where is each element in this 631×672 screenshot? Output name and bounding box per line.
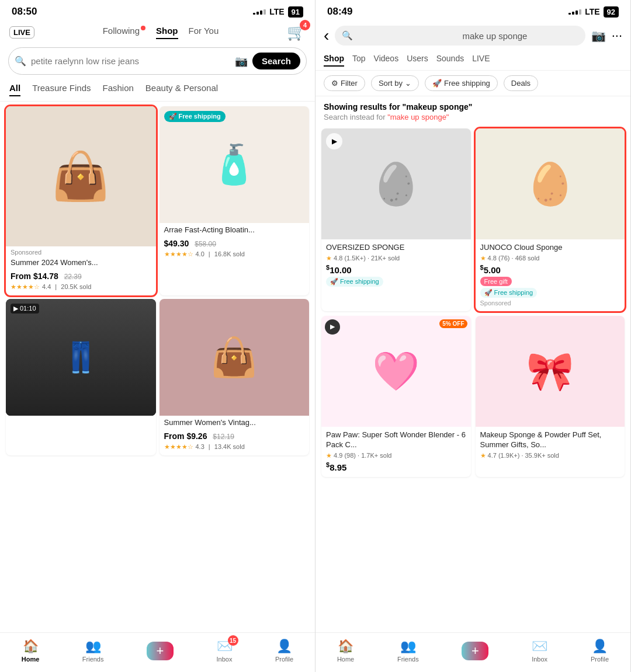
free-shipping-chip[interactable]: 🚀 Free shipping bbox=[425, 75, 498, 91]
prod-rating-q3: ★ 4.9 (98) · 1.7K+ sold bbox=[326, 452, 466, 459]
nav-home-2[interactable]: 🏠 Home bbox=[337, 639, 354, 663]
plus-button-2[interactable]: + bbox=[462, 642, 488, 660]
sort-by-chip[interactable]: Sort by ⌄ bbox=[371, 75, 419, 91]
network-1: LTE bbox=[269, 7, 284, 16]
cart-button[interactable]: 🛒 4 bbox=[287, 23, 306, 41]
live-button[interactable]: LIVE bbox=[9, 26, 34, 39]
alt-search-link[interactable]: "make up sponge" bbox=[387, 113, 449, 121]
camera-icon-1[interactable]: 📷 bbox=[235, 55, 248, 68]
nav-profile-1[interactable]: 👤 Profile bbox=[275, 639, 293, 663]
shop-tab-shop[interactable]: Shop bbox=[324, 54, 344, 67]
shop-tab-top[interactable]: Top bbox=[352, 54, 366, 67]
product-card-3[interactable]: 👖 ▶ 01:10 My back to school Jean recomme… bbox=[6, 299, 156, 455]
profile-label-2: Profile bbox=[591, 656, 609, 663]
network-2: LTE bbox=[585, 7, 599, 16]
shop-tab-sounds[interactable]: Sounds bbox=[436, 54, 464, 67]
nav-home-1[interactable]: 🏠 Home bbox=[22, 639, 40, 663]
shop-tab-live[interactable]: LIVE bbox=[472, 54, 490, 67]
nav-profile-2[interactable]: 👤 Profile bbox=[591, 639, 609, 663]
nav-plus-2[interactable]: + bbox=[462, 642, 488, 660]
product-grid-1: 👜 Sponsored Summer 2024 Women's... From … bbox=[0, 102, 315, 460]
product-price-2: $49.30 $58.00 bbox=[160, 238, 310, 249]
bottom-nav-1: 🏠 Home 👥 Friends + ✉️ 15 Inbox 👤 Profile bbox=[0, 632, 315, 672]
friends-label-2: Friends bbox=[397, 656, 419, 663]
results-alt-text: Search instead for "make up sponge" bbox=[324, 113, 622, 121]
filter-icon: ⚙ bbox=[331, 79, 338, 88]
product-card-q2[interactable]: 🥚 JUNOCO Cloud Sponge ★ 4.8 (76) · 468 s… bbox=[476, 128, 625, 311]
bottom-nav-2: 🏠 Home 👥 Friends + ✉️ Inbox 👤 Profile bbox=[316, 632, 630, 672]
product-image-q1: 🥚 ▶ bbox=[321, 128, 471, 239]
rating-4: 4.3 bbox=[196, 443, 204, 450]
prod-title-q4: Makeup Sponge & Powder Puff Set, Summer … bbox=[480, 430, 620, 450]
more-icon[interactable]: ··· bbox=[612, 28, 622, 43]
prod-price-q1: $10.00 bbox=[326, 264, 466, 275]
cat-beauty[interactable]: Beauty & Personal bbox=[145, 83, 218, 96]
product-meta-1: ★★★★☆ 4.4 | 20.5K sold bbox=[6, 282, 156, 295]
product-card-2[interactable]: 🧴 🚀 Free shipping Arrae Fast-Acting Bloa… bbox=[160, 106, 310, 295]
free-shipping-label: Free shipping bbox=[444, 79, 490, 88]
camera-icon-2[interactable]: 📷 bbox=[591, 29, 606, 43]
shop-tab-videos[interactable]: Videos bbox=[374, 54, 399, 67]
plus-button-1[interactable]: + bbox=[147, 642, 174, 660]
product-card-q1[interactable]: 🥚 ▶ OVERSIZED SPONGE ★ 4.8 (1.5K+) · 21K… bbox=[321, 128, 471, 311]
phone-1: 08:50 LTE 91 LIVE Following Shop For You… bbox=[0, 0, 316, 672]
product-card-1[interactable]: 👜 Sponsored Summer 2024 Women's... From … bbox=[6, 106, 156, 295]
filter-chip[interactable]: ⚙ Filter bbox=[324, 75, 365, 91]
shop-tab-users[interactable]: Users bbox=[407, 54, 428, 67]
stars-4: ★★★★☆ bbox=[164, 443, 193, 451]
sort-by-label: Sort by bbox=[379, 79, 403, 88]
status-bar-1: 08:50 LTE 91 bbox=[0, 0, 315, 21]
battery-1: 91 bbox=[288, 6, 303, 18]
stars-2: ★★★★☆ bbox=[164, 250, 193, 258]
signal-icon-2 bbox=[568, 9, 581, 15]
product-card-q4[interactable]: 🎀 Makeup Sponge & Powder Puff Set, Summe… bbox=[476, 316, 625, 477]
results-main-text: Showing results for "makeup sponge" bbox=[324, 102, 622, 112]
deals-chip[interactable]: Deals bbox=[504, 75, 538, 91]
nav-plus-1[interactable]: + bbox=[147, 642, 174, 660]
product-info-q3: Paw Paw: Super Soft Wonder Blender - 6 P… bbox=[321, 427, 471, 477]
search-input-1[interactable] bbox=[31, 56, 230, 66]
home-label-1: Home bbox=[22, 656, 40, 663]
sold-2: 16.8K sold bbox=[214, 250, 245, 257]
inbox-label-1: Inbox bbox=[217, 656, 233, 663]
inbox-count-1: 15 bbox=[228, 635, 238, 646]
product-info-q2: JUNOCO Cloud Sponge ★ 4.8 (76) · 468 sol… bbox=[476, 239, 625, 311]
search-button-1[interactable]: Search bbox=[252, 53, 300, 69]
search-icon-1: 🔍 bbox=[15, 55, 26, 67]
top-nav-1: LIVE Following Shop For You 🛒 4 bbox=[0, 21, 315, 44]
original-price-4: $12.19 bbox=[213, 433, 234, 441]
play-icon-q3: ▶ bbox=[325, 319, 340, 335]
original-price-2: $58.00 bbox=[195, 240, 216, 248]
product-image-1: 👜 bbox=[6, 106, 156, 246]
back-button[interactable]: ‹ bbox=[324, 26, 329, 45]
product-card-4[interactable]: 👜 Summer Women's Vintag... From $9.26 $1… bbox=[160, 299, 310, 455]
nav-friends-1[interactable]: 👥 Friends bbox=[82, 639, 104, 663]
search-query: make up sponge bbox=[463, 31, 578, 41]
battery-2: 92 bbox=[604, 6, 619, 18]
prod-title-q2: JUNOCO Cloud Sponge bbox=[480, 243, 620, 253]
search-bar-1[interactable]: 🔍 📷 Search bbox=[8, 47, 307, 75]
nav-shop[interactable]: Shop bbox=[156, 26, 178, 39]
nav-inbox-2[interactable]: ✉️ Inbox bbox=[532, 639, 547, 663]
cat-all[interactable]: All bbox=[9, 83, 20, 96]
original-price-1: 22.39 bbox=[64, 273, 82, 281]
cat-treasure[interactable]: Treasure Finds bbox=[32, 83, 91, 96]
prod-title-q3: Paw Paw: Super Soft Wonder Blender - 6 P… bbox=[326, 430, 466, 450]
friends-label-1: Friends bbox=[82, 656, 104, 663]
nav-inbox-1[interactable]: ✉️ 15 Inbox bbox=[217, 639, 233, 663]
cat-fashion[interactable]: Fashion bbox=[102, 83, 133, 96]
home-icon-2: 🏠 bbox=[338, 639, 353, 654]
product-image-q2: 🥚 bbox=[476, 128, 625, 239]
product-image-q3: 🩷 5% OFF ▶ bbox=[321, 316, 471, 427]
profile-icon-1: 👤 bbox=[276, 639, 292, 654]
prod-title-q1: OVERSIZED SPONGE bbox=[326, 243, 466, 253]
search-bar-2[interactable]: 🔍 make up sponge bbox=[335, 26, 585, 46]
search-icon-2: 🔍 bbox=[342, 30, 457, 41]
cart-badge: 4 bbox=[300, 20, 310, 30]
nav-friends-2[interactable]: 👥 Friends bbox=[397, 639, 419, 663]
product-title-1: Summer 2024 Women's... bbox=[6, 256, 156, 270]
nav-following[interactable]: Following bbox=[103, 26, 145, 39]
friends-icon-2: 👥 bbox=[400, 639, 416, 654]
nav-for-you[interactable]: For You bbox=[189, 26, 219, 39]
product-card-q3[interactable]: 🩷 5% OFF ▶ Paw Paw: Super Soft Wonder Bl… bbox=[321, 316, 471, 477]
